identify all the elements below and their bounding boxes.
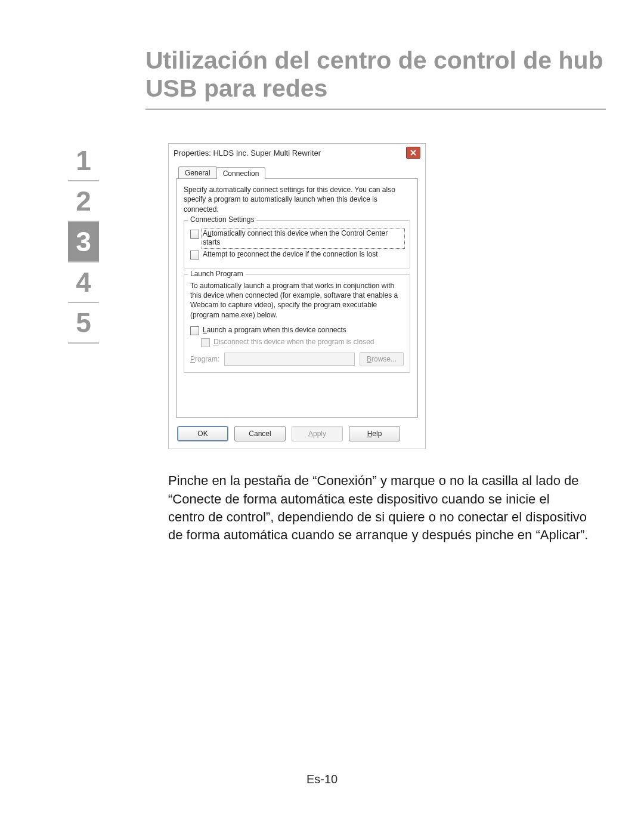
properties-dialog: Properties: HLDS Inc. Super Multi Rewrit… [168, 143, 426, 449]
groupbox-launch-program: Launch Program To automatically launch a… [184, 274, 410, 373]
nav-item-5[interactable]: 5 [68, 303, 99, 344]
connection-intro: Specify automatically connect settings f… [184, 185, 410, 214]
groupbox-launch-legend: Launch Program [188, 270, 246, 278]
program-path-input [224, 353, 355, 366]
launch-intro: To automatically launch a program that w… [190, 281, 404, 320]
nav-item-1[interactable]: 1 [68, 141, 99, 181]
dialog-title: Properties: HLDS Inc. Super Multi Rewrit… [174, 149, 321, 157]
checkbox-auto-connect-label: Automatically connect this device when t… [203, 229, 404, 248]
checkbox-disconnect-on-close-label: Disconnect this device when the program … [213, 338, 374, 347]
checkbox-reconnect[interactable] [190, 251, 199, 259]
instruction-paragraph: Pinche en la pestaña de “Conexión” y mar… [168, 472, 589, 544]
cancel-button[interactable]: Cancel [234, 426, 286, 441]
checkbox-launch-program[interactable] [190, 326, 199, 335]
page-number: Es-10 [0, 773, 644, 786]
nav-item-2[interactable]: 2 [68, 181, 99, 222]
ok-button[interactable]: OK [177, 426, 228, 441]
tab-row: General Connection [176, 166, 418, 179]
help-button[interactable]: Help [349, 426, 400, 441]
program-label: Program: [190, 355, 219, 363]
title-rule [145, 109, 606, 110]
checkbox-auto-connect[interactable] [190, 230, 199, 239]
dialog-button-row: OK Cancel Apply Help [169, 420, 425, 449]
groupbox-connection-legend: Connection Settings [188, 215, 256, 224]
checkbox-disconnect-on-close [201, 338, 210, 347]
groupbox-connection-settings: Connection Settings Automatically connec… [184, 220, 410, 268]
tab-general[interactable]: General [178, 166, 217, 178]
tab-panel-connection: Specify automatically connect settings f… [176, 179, 418, 418]
close-icon[interactable] [406, 147, 420, 159]
browse-button: Browse... [360, 352, 404, 366]
chapter-nav: 1 2 3 4 5 [68, 141, 99, 344]
dialog-titlebar: Properties: HLDS Inc. Super Multi Rewrit… [169, 144, 425, 162]
nav-item-3[interactable]: 3 [68, 222, 99, 262]
nav-item-4[interactable]: 4 [68, 262, 99, 303]
checkbox-reconnect-label: Attempt to reconnect the device if the c… [203, 250, 378, 259]
checkbox-launch-program-label: Launch a program when this device connec… [203, 326, 346, 335]
page-title: Utilización del centro de control de hub… [145, 47, 606, 103]
apply-button: Apply [292, 426, 343, 441]
tab-connection[interactable]: Connection [216, 167, 266, 179]
